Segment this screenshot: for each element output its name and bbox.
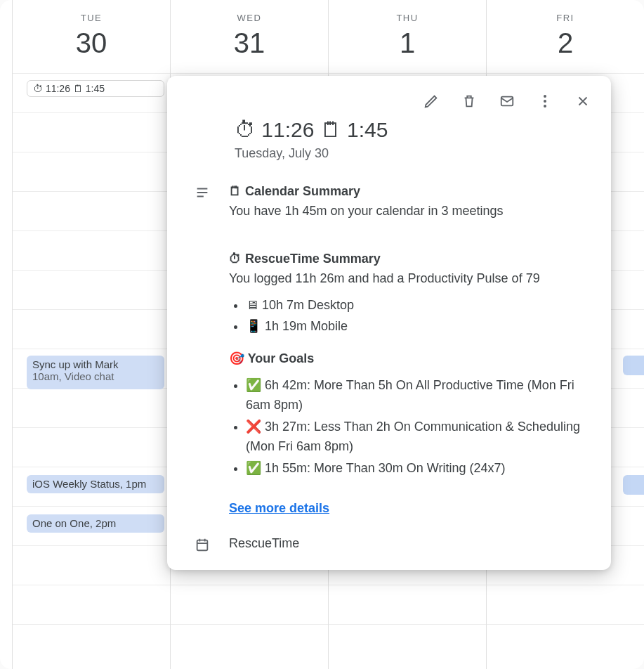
delete-icon[interactable] bbox=[461, 93, 478, 110]
dow-label: THU bbox=[329, 13, 486, 23]
svg-rect-1 bbox=[197, 540, 208, 550]
day-number[interactable]: 2 bbox=[487, 27, 644, 59]
mail-icon[interactable] bbox=[499, 93, 515, 110]
event-title: ⏱ 11:26 🗒 1:45 bbox=[167, 115, 611, 142]
list-item: ✅ 1h 55m: More Than 30m On Writing (24x7… bbox=[246, 459, 594, 479]
day-number[interactable]: 31 bbox=[171, 27, 328, 59]
dow-label: FRI bbox=[487, 13, 644, 23]
dow-label: TUE bbox=[13, 13, 170, 23]
popup-toolbar bbox=[167, 76, 611, 115]
event-peek[interactable] bbox=[623, 356, 644, 375]
dow-label: WED bbox=[171, 13, 328, 23]
event-block[interactable]: iOS Weekly Status, 1pm bbox=[27, 475, 164, 493]
description-body: 🗒 Calendar Summary You have 1h 45m on yo… bbox=[229, 182, 594, 519]
event-details-popup: ⏱ 11:26 🗒 1:45 Tuesday, July 30 🗒 Calend… bbox=[167, 76, 611, 570]
allday-event-chip[interactable]: ⏱ 11:26 🗒 1:45 bbox=[27, 80, 164, 97]
edit-icon[interactable] bbox=[423, 93, 440, 110]
event-date: Tuesday, July 30 bbox=[167, 142, 611, 161]
day-col-tue[interactable]: TUE 30 ⏱ 11:26 🗒 1:45 Sync up with Mark … bbox=[13, 0, 171, 669]
list-item: ✅ 6h 42m: More Than 5h On All Productive… bbox=[246, 376, 594, 415]
event-block[interactable]: Sync up with Mark 10am, Video chat bbox=[27, 356, 164, 389]
calendar-source-icon bbox=[192, 534, 212, 554]
see-more-link[interactable]: See more details bbox=[229, 499, 329, 519]
list-item: 📱 1h 19m Mobile bbox=[246, 317, 594, 337]
day-number[interactable]: 1 bbox=[329, 27, 486, 59]
event-peek[interactable] bbox=[623, 475, 644, 495]
list-item: ❌ 3h 27m: Less Than 2h On Communication … bbox=[246, 417, 594, 457]
description-icon bbox=[192, 182, 212, 519]
more-options-icon[interactable] bbox=[537, 93, 553, 110]
calendar-source: RescueTime bbox=[229, 534, 594, 554]
event-block[interactable]: One on One, 2pm bbox=[27, 514, 164, 533]
list-item: 🖥 10h 7m Desktop bbox=[246, 296, 594, 316]
goals-list: ✅ 6h 42m: More Than 5h On All Productive… bbox=[246, 376, 594, 478]
close-icon[interactable] bbox=[574, 93, 591, 110]
day-number[interactable]: 30 bbox=[13, 27, 170, 59]
device-list: 🖥 10h 7m Desktop 📱 1h 19m Mobile bbox=[246, 296, 594, 337]
